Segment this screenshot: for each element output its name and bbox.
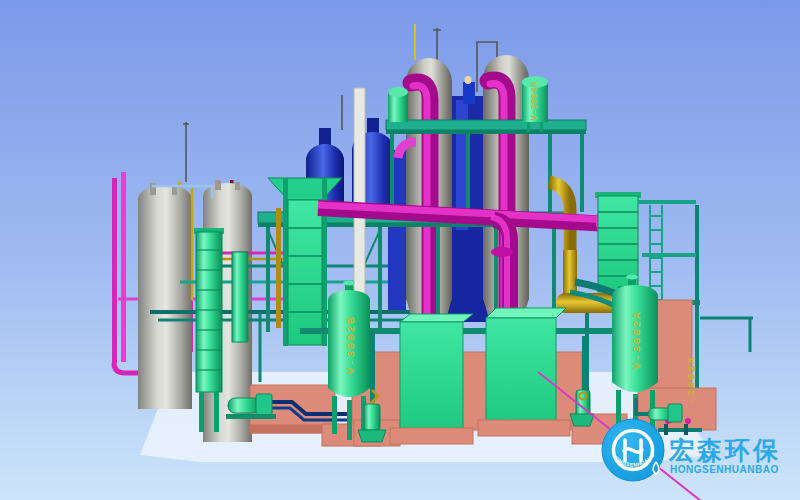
company-name-en: HONGSENHUANBAO — [670, 464, 779, 475]
green-box-tank-right — [478, 308, 570, 436]
plant-3d-render: V-3004A — [0, 0, 800, 500]
label-callout-3002a: -3002A — [686, 356, 698, 405]
label-v3002b: V-3002B — [344, 316, 357, 375]
green-box-tank-left — [390, 314, 473, 444]
label-v3002a: V-3002A — [630, 311, 643, 370]
pump-left-cluster — [226, 394, 276, 419]
logo-droplet-icon — [653, 462, 659, 474]
company-name-cn: 宏森环保 — [668, 436, 781, 464]
plant-scene: V-3004A — [0, 0, 800, 500]
small-green-tank — [388, 87, 408, 122]
label-v3004a: V-3004A — [530, 81, 540, 121]
